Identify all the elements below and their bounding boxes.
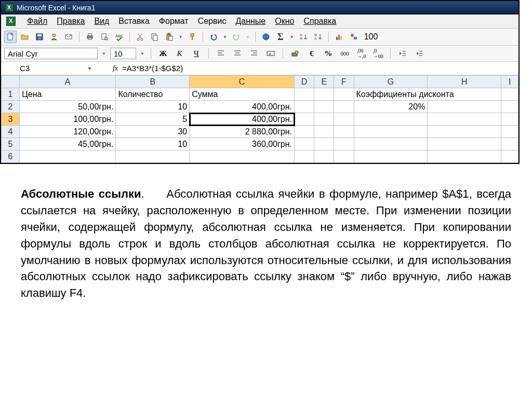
align-left-icon[interactable] — [214, 48, 228, 59]
hyperlink-icon[interactable] — [260, 31, 272, 43]
col-header-G[interactable]: G — [354, 76, 428, 88]
cell[interactable] — [295, 113, 314, 126]
cell[interactable] — [428, 126, 501, 138]
menu-edit[interactable]: Правка — [57, 17, 85, 26]
cell[interactable] — [314, 88, 334, 101]
cell[interactable] — [501, 101, 518, 113]
cell[interactable]: 20% — [354, 101, 428, 113]
bold-button[interactable]: Ж — [156, 48, 170, 59]
cell[interactable]: Количество — [116, 88, 190, 101]
col-header-C[interactable]: C — [190, 76, 295, 88]
sort-desc-icon[interactable]: ЯА — [312, 31, 324, 43]
print-icon[interactable] — [84, 31, 96, 43]
col-header-F[interactable]: F — [334, 76, 354, 88]
formula-input[interactable]: =A3*B3*(1-$G$2) — [122, 64, 515, 73]
cell[interactable]: 45,00грн. — [19, 138, 115, 150]
cell[interactable] — [295, 150, 314, 163]
cell[interactable] — [334, 126, 354, 138]
cell[interactable] — [501, 88, 518, 101]
increase-decimal-icon[interactable]: ,00→,0 — [355, 48, 368, 59]
cell[interactable]: 100,00грн. — [19, 113, 115, 126]
cell[interactable]: Цена — [19, 88, 115, 101]
cell[interactable] — [428, 150, 501, 163]
drawing-icon[interactable] — [348, 31, 360, 43]
align-center-icon[interactable] — [231, 48, 244, 59]
cell[interactable] — [314, 126, 334, 138]
cell[interactable] — [314, 101, 334, 113]
cell[interactable]: 10 — [116, 101, 190, 113]
cell[interactable] — [19, 150, 115, 163]
cell[interactable] — [354, 126, 428, 138]
cell[interactable] — [314, 113, 334, 126]
redo-dropdown-icon[interactable]: ▼ — [245, 35, 251, 39]
row-header-2[interactable]: 2 — [2, 101, 20, 113]
cell-selected[interactable]: 400,00грн. — [190, 113, 295, 126]
cell[interactable]: 5 — [116, 113, 190, 126]
redo-icon[interactable] — [230, 31, 243, 43]
cut-icon[interactable] — [134, 31, 147, 43]
italic-button[interactable]: К — [173, 48, 187, 59]
cell[interactable] — [314, 138, 334, 150]
cell[interactable] — [334, 88, 354, 101]
format-painter-icon[interactable] — [186, 31, 198, 43]
menu-window[interactable]: Окно — [275, 17, 294, 26]
col-header-B[interactable]: B — [116, 76, 190, 88]
autosum-dropdown-icon[interactable]: ▼ — [289, 35, 295, 39]
cell[interactable] — [501, 113, 518, 126]
paste-dropdown-icon[interactable]: ▼ — [178, 35, 184, 39]
col-header-I[interactable]: I — [501, 76, 518, 88]
autosum-icon[interactable]: Σ — [274, 31, 287, 43]
cell[interactable] — [501, 150, 518, 163]
row-header-4[interactable]: 4 — [2, 126, 20, 138]
currency-icon[interactable] — [288, 48, 302, 59]
new-icon[interactable] — [4, 31, 17, 43]
decrease-decimal-icon[interactable]: ,0→00 — [371, 48, 385, 59]
percent-button[interactable]: % — [322, 48, 335, 59]
col-header-A[interactable]: A — [19, 76, 115, 88]
menu-tools[interactable]: Сервис — [198, 17, 227, 26]
mail-icon[interactable] — [62, 31, 75, 43]
font-size-combo[interactable]: 10 — [110, 48, 136, 59]
cell[interactable]: 400,00грн. — [190, 101, 295, 113]
menu-insert[interactable]: Вставка — [118, 17, 149, 26]
font-dropdown-icon[interactable]: ▼ — [101, 51, 107, 56]
cell[interactable] — [334, 150, 354, 163]
cell[interactable] — [116, 150, 190, 163]
row-header-5[interactable]: 5 — [2, 138, 20, 150]
fx-icon[interactable]: fx — [113, 64, 118, 73]
cell[interactable] — [295, 126, 314, 138]
copy-icon[interactable] — [149, 31, 161, 43]
cell[interactable] — [428, 113, 501, 126]
cell[interactable] — [295, 88, 314, 101]
decrease-indent-icon[interactable] — [396, 48, 409, 59]
undo-icon[interactable] — [207, 31, 220, 43]
sort-asc-icon[interactable]: АЯ — [297, 31, 310, 43]
cell[interactable] — [295, 138, 314, 150]
cell[interactable]: 2 880,00грн. — [190, 126, 295, 138]
align-right-icon[interactable] — [247, 48, 261, 59]
open-icon[interactable] — [19, 31, 31, 43]
cell[interactable] — [334, 101, 354, 113]
spreadsheet-grid[interactable]: A B C D E F G H I 1 Цена Количество Сумм… — [1, 75, 518, 163]
cell[interactable]: 360,00грн. — [190, 138, 295, 150]
print-preview-icon[interactable] — [98, 31, 111, 43]
menu-format[interactable]: Формат — [159, 17, 189, 26]
name-box[interactable]: C3 — [4, 64, 72, 73]
cell[interactable]: 50,00грн. — [19, 101, 115, 113]
menu-view[interactable]: Вид — [94, 17, 109, 26]
zoom-value[interactable]: 100 — [362, 32, 378, 42]
paste-icon[interactable] — [163, 31, 176, 43]
cell[interactable]: Коэффициенты дисконта — [354, 88, 501, 101]
row-header-6[interactable]: 6 — [2, 150, 20, 163]
col-header-E[interactable]: E — [314, 76, 334, 88]
cell[interactable]: 120,00грн. — [19, 126, 115, 138]
increase-indent-icon[interactable] — [413, 48, 426, 59]
cell[interactable] — [314, 150, 334, 163]
cell[interactable] — [295, 101, 314, 113]
cell[interactable]: Сумма — [190, 88, 295, 101]
undo-dropdown-icon[interactable]: ▼ — [222, 35, 228, 39]
font-name-combo[interactable]: Arial Cyr — [4, 48, 98, 59]
menu-data[interactable]: Данные — [235, 17, 265, 26]
comma-button[interactable]: 000 — [338, 48, 352, 59]
euro-button[interactable]: € — [305, 48, 318, 59]
